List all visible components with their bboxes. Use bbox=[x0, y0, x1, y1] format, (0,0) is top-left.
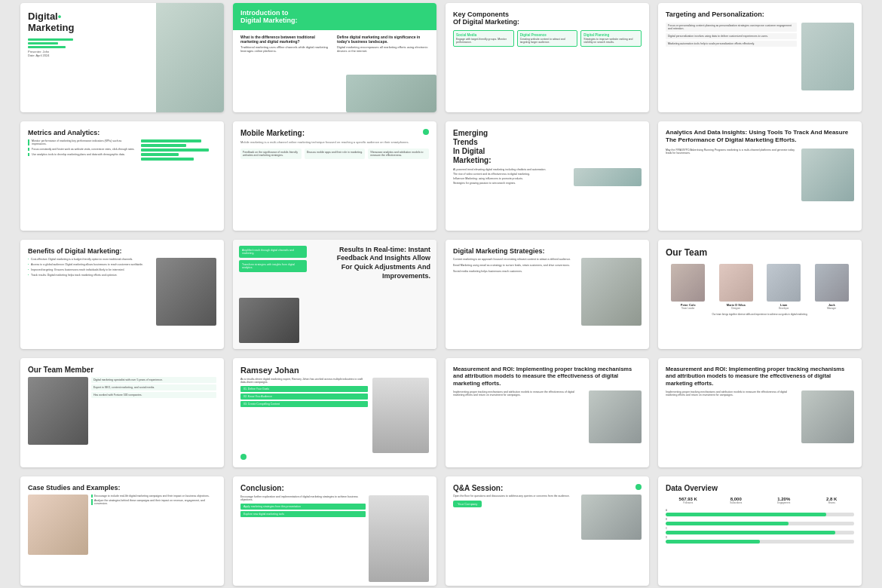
slide6-boxes: Feedback on the significance of mobile-f… bbox=[240, 149, 429, 159]
slide9-left: Cost-effective: Digital marketing is a b… bbox=[28, 258, 153, 326]
slide13-image bbox=[28, 377, 88, 445]
slide-key-components: Key ComponentsOf Digital Marketing: Soci… bbox=[446, 3, 649, 112]
slide-analytics: Analytics And Data Insights: Using Tools… bbox=[658, 121, 862, 231]
slide3-box1-title: Social Media bbox=[456, 33, 511, 37]
slide3-box2-text: Creating website content to attract and … bbox=[520, 38, 575, 44]
slide3-box3-title: Digital Planning bbox=[583, 33, 639, 37]
slide20-bar4-track bbox=[666, 540, 854, 544]
slide6-dot bbox=[423, 129, 429, 135]
slide-conclusion: Conclusion: Encourage further exploratio… bbox=[233, 476, 436, 586]
slide13-content: Digital marketing specialist with over 5… bbox=[28, 377, 216, 445]
slide5-bar5 bbox=[141, 158, 194, 161]
slide20-bar3: C bbox=[666, 527, 854, 534]
slide20-bar1: A bbox=[666, 509, 854, 516]
slide14-image bbox=[372, 378, 429, 453]
slide20-bar2-fill bbox=[666, 522, 789, 525]
slide10-image bbox=[239, 298, 299, 343]
tag-bar-3 bbox=[28, 46, 66, 48]
slide14-item1: 01. Define Your Goals bbox=[240, 386, 368, 392]
slide19-content: Open the floor for questions and discuss… bbox=[453, 495, 642, 540]
slide5-item3: Use analytics tools to develop marketing… bbox=[28, 153, 136, 156]
slide5-bar3 bbox=[141, 149, 209, 152]
slide7-item2: The rise of video content and its effect… bbox=[453, 173, 571, 176]
slide19-text: Open the floor for questions and discuss… bbox=[453, 495, 578, 498]
slide12-avatar3 bbox=[767, 264, 801, 302]
slide12-role3: Developer bbox=[761, 307, 807, 310]
slide11-text: Content marketing is an approach focused… bbox=[453, 258, 578, 326]
slide12-team: Peter Cole Team Leader Marie D Silva Des… bbox=[666, 264, 854, 310]
slide2-col1: What is the difference between tradition… bbox=[240, 35, 332, 53]
slide14-item2: 02. Know Your Audience bbox=[240, 394, 368, 400]
slide3-box1: Social Media Engage with target-friendly… bbox=[453, 30, 514, 47]
slide18-left: Encourage further exploration and implem… bbox=[240, 495, 366, 582]
slide14-content: As a results-driven digital marketing ex… bbox=[240, 378, 429, 453]
slide12-avatar4 bbox=[815, 264, 849, 302]
slide6-title: Mobile Marketing: bbox=[240, 129, 429, 137]
slide19-image bbox=[581, 495, 642, 540]
slide-emerging-trends: EmergingTrendsIn DigitalMarketing: AI-po… bbox=[446, 121, 649, 231]
slide-ramsey-johan: Ramsey Johan As a results-driven digital… bbox=[233, 358, 436, 467]
slide18-item2: Explore new digital marketing tools bbox=[240, 511, 366, 517]
slide12-role2: Designer bbox=[714, 307, 759, 310]
slide20-bar2-label: B bbox=[666, 518, 854, 521]
slide4-text: Focus on personalizing content planning … bbox=[666, 23, 797, 90]
slide17-item1: Encourage to include real-life digital m… bbox=[91, 495, 216, 498]
slide20-title: Data Overview bbox=[666, 484, 854, 492]
slide12-avatar2 bbox=[719, 264, 753, 302]
slide17-right: Encourage to include real-life digital m… bbox=[91, 495, 216, 555]
slide19-left: Open the floor for questions and discuss… bbox=[453, 495, 578, 540]
slide17-item2: Analyze the strategies behind these camp… bbox=[91, 499, 216, 505]
slide7-item3: Influencer Marketing: using influencers … bbox=[453, 177, 571, 180]
slide12-title: Our Team bbox=[666, 247, 854, 258]
slide20-bar1-label: A bbox=[666, 509, 854, 512]
slide10-box1-text: Amplified reach through digital channels… bbox=[242, 249, 304, 255]
slide18-image bbox=[369, 495, 429, 582]
slide6-box2: Discuss mobile apps and their role in ma… bbox=[305, 149, 366, 159]
slide7-image bbox=[574, 168, 642, 186]
slide20-bars: A B C D bbox=[666, 509, 854, 544]
slide8-content: May the FIRA BYFO Advertising Running Pr… bbox=[666, 149, 854, 201]
slide14-items: 01. Define Your Goals 02. Know Your Audi… bbox=[240, 386, 368, 407]
slide4-item1: Focus on personalizing content planning … bbox=[666, 23, 797, 32]
slide3-box2: Digital Presence Creating website conten… bbox=[517, 30, 578, 47]
slide7-title: EmergingTrendsIn DigitalMarketing: bbox=[453, 129, 642, 165]
slide-results: Amplified reach through digital channels… bbox=[233, 240, 436, 349]
slide3-box1-text: Engage with target-friendly groups. Moni… bbox=[456, 38, 511, 44]
slide5-title: Metrics and Analytics: bbox=[28, 129, 216, 136]
slide19-title: Q&A Session: bbox=[453, 484, 642, 492]
slide18-content: Encourage further exploration and implem… bbox=[240, 495, 429, 582]
tag-bar-1 bbox=[28, 38, 73, 41]
slide9-title: Benefits of Digital Marketing: bbox=[28, 247, 216, 255]
slide-strategies: Digital Marketing Strategies: Content ma… bbox=[446, 240, 649, 349]
slide15-text: Implementing proper tracking mechanisms … bbox=[453, 390, 586, 443]
slide15-image bbox=[589, 390, 642, 443]
slide13-item2: Expert in SEO, content marketing, and so… bbox=[91, 384, 216, 390]
slide17-image bbox=[28, 495, 88, 555]
slide-digital-marketing: Digital•Marketing Presenter: JohnDate: A… bbox=[20, 3, 224, 112]
slide3-box2-title: Digital Presence bbox=[520, 33, 575, 37]
slide14-text: As a results-driven digital marketing ex… bbox=[240, 378, 368, 384]
slide16-content: Implementing proper tracking mechanisms … bbox=[666, 390, 854, 443]
slide10-left: Amplified reach through digital channels… bbox=[239, 246, 307, 274]
slide13-title: Our Team Member bbox=[28, 366, 216, 374]
slide13-right: Digital marketing specialist with over 5… bbox=[91, 377, 216, 445]
slide-measurement-roi-2: Measurement and ROI: Implementing proper… bbox=[658, 358, 862, 467]
slide20-stat3-label: Engagement bbox=[761, 501, 807, 504]
slide15-content: Implementing proper tracking mechanisms … bbox=[453, 390, 642, 443]
slide17-title: Case Studies and Examples: bbox=[28, 484, 216, 492]
slide19-button[interactable]: Your Company bbox=[453, 501, 482, 507]
slide3-box3-text: Strategies to improve website ranking an… bbox=[583, 38, 639, 44]
slide8-image bbox=[801, 149, 854, 201]
slide17-content: Encourage to include real-life digital m… bbox=[28, 495, 216, 555]
slide2-col1-text: Traditional marketing uses offline chann… bbox=[240, 45, 332, 53]
slide10-box1: Amplified reach through digital channels… bbox=[239, 246, 307, 258]
slide11-content: Content marketing is an approach focused… bbox=[453, 258, 642, 326]
slide14-dot bbox=[240, 454, 247, 460]
slide-targeting: Targeting and Personalization: Focus on … bbox=[658, 3, 862, 112]
slide-measurement-roi-1: Measurement and ROI: Implementing proper… bbox=[446, 358, 649, 467]
slide-our-team: Our Team Peter Cole Team Leader Marie D … bbox=[658, 240, 862, 349]
slide6-subtitle: Mobile marketing is a multi-channel onli… bbox=[240, 140, 429, 144]
slide9-item4: Track results: Digital marketing helps t… bbox=[28, 274, 153, 277]
slide20-bar2: B bbox=[666, 518, 854, 525]
slide20-bar3-track bbox=[666, 531, 854, 534]
